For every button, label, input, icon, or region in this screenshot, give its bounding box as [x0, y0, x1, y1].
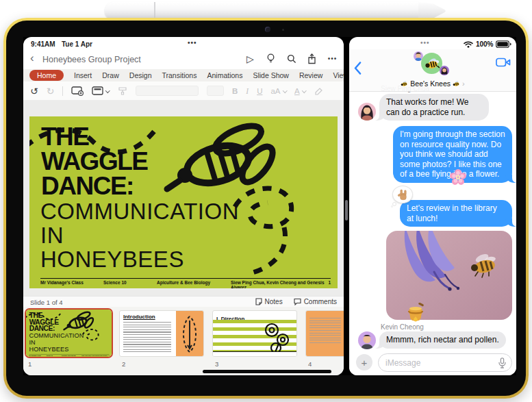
slide-status-row: Slide 1 of 4 Notes Comments — [23, 296, 344, 307]
tab-transitions[interactable]: Transitions — [162, 71, 197, 79]
new-slide-icon[interactable] — [71, 86, 84, 96]
thumbnail-slide-2[interactable]: Introduction — [119, 310, 204, 357]
clock-date: Tue 1 Apr — [62, 40, 92, 48]
thumbnail-number: 1 — [28, 360, 31, 368]
undo-icon[interactable]: ↺ — [30, 86, 38, 97]
text-size-button[interactable]: aA — [270, 87, 286, 95]
message-bubble-sent: Let's review in the library at lunch! — [400, 200, 512, 227]
search-icon[interactable] — [286, 53, 297, 64]
format-painter-icon[interactable] — [118, 86, 127, 96]
tab-review[interactable]: Review — [299, 71, 322, 79]
underline-button[interactable]: U — [257, 87, 262, 95]
chevron-down-icon — [106, 88, 110, 92]
thumbnail-slide-4[interactable] — [305, 310, 344, 357]
split-view-divider-handle[interactable] — [345, 200, 348, 221]
bee-illustration — [167, 121, 278, 190]
italic-button[interactable]: I — [246, 87, 249, 95]
back-chevron-icon[interactable]: ‹ — [30, 51, 34, 65]
tab-view[interactable]: View — [333, 71, 344, 79]
love-you-gesture-sticker — [391, 186, 414, 207]
chevron-down-icon — [283, 88, 287, 92]
battery-percent: 100% — [476, 40, 494, 48]
home-indicator[interactable] — [203, 370, 331, 373]
group-title-row[interactable]: Bee's Knees › — [349, 79, 516, 88]
slide-thumbnail-strip: THE WAGGLE DANCE: COMMUNICATION IN HONEY… — [23, 307, 344, 375]
slide-footer: Mr Vidanage's Class Science 10 Apicultur… — [40, 278, 331, 288]
tab-home[interactable]: Home — [29, 70, 64, 81]
tab-animations[interactable]: Animations — [207, 71, 242, 79]
message-input-bar: + — [349, 352, 516, 375]
bee-emoji-icon — [453, 80, 460, 87]
font-name-field[interactable] — [136, 86, 199, 96]
ambient-sensor — [282, 29, 284, 31]
tab-design[interactable]: Design — [129, 71, 152, 79]
battery-icon — [496, 40, 511, 48]
ribbon-tab-bar: Home Insert Draw Design Transitions Anim… — [23, 69, 344, 81]
powerpoint-titlebar: ‹ Honeybees Group Project ▷ ••• — [23, 51, 344, 69]
comments-button[interactable]: Comments — [294, 298, 337, 305]
highlighter-icon[interactable] — [314, 86, 323, 96]
wifi-icon — [464, 41, 473, 48]
tab-insert[interactable]: Insert — [74, 71, 92, 79]
notes-button[interactable]: Notes — [255, 298, 283, 305]
more-menu-icon[interactable]: ••• — [327, 53, 338, 64]
bee-emoji-icon — [401, 80, 408, 87]
font-size-field[interactable] — [207, 86, 224, 96]
message-bubble-received: That works for me! We can do a practice … — [379, 94, 489, 121]
avatar-siew-ping[interactable] — [358, 103, 376, 121]
footer-class: Mr Vidanage's Class — [40, 280, 103, 288]
slide-title-bold: THE WAGGLE DANCE: — [41, 125, 147, 199]
tab-draw[interactable]: Draw — [102, 71, 119, 79]
comment-icon — [294, 298, 301, 305]
slide-canvas[interactable]: THE WAGGLE DANCE: COMMUNICATION IN HONEY… — [23, 100, 344, 296]
thumbnail-number: 2 — [122, 360, 125, 368]
product-photo-scene: { "status": { "time": "9:41AM", "date": … — [0, 0, 532, 402]
messages-app-window: ••• 100% — [349, 37, 516, 375]
ipad-screen: 9:41AM Tue 1 Apr ••• ‹ Honeybees Group P… — [23, 37, 516, 375]
flower-emoji-sticker — [449, 168, 467, 189]
message-bubble-received: Mmmm, rich nectar and pollen. — [379, 331, 506, 349]
slide-layout-icon[interactable] — [92, 86, 110, 95]
notes-icon — [255, 298, 262, 305]
group-avatar-member-2[interactable] — [440, 66, 449, 75]
footer-slide-number: 1 — [325, 280, 331, 288]
add-attachment-button[interactable]: + — [356, 354, 372, 370]
ribbon-divider — [62, 86, 63, 96]
facetime-video-icon[interactable] — [496, 58, 511, 70]
thumbnail-slide-3[interactable]: I. Direction — [212, 310, 297, 357]
thumbnail-number: 4 — [308, 360, 312, 368]
window-controls-dots[interactable]: ••• — [188, 39, 197, 47]
powerpoint-app-window: 9:41AM Tue 1 Apr ••• ‹ Honeybees Group P… — [23, 37, 344, 375]
clock-time: 9:41AM — [31, 40, 55, 48]
statusbar-right: 100% — [464, 40, 511, 48]
redo-icon[interactable]: ↻ — [47, 86, 55, 97]
honey-pot-emoji-sticker — [405, 303, 426, 326]
group-name: Bee's Knees — [410, 79, 451, 88]
imessage-input[interactable] — [378, 353, 512, 372]
imessage-text-input[interactable] — [385, 355, 488, 370]
chevron-down-icon — [302, 88, 306, 92]
designer-lightbulb-icon[interactable] — [265, 53, 277, 64]
font-color-button[interactable]: A — [294, 87, 305, 95]
window-controls-dots[interactable]: ••• — [420, 39, 430, 47]
chevron-right-icon: › — [462, 79, 465, 88]
statusbar-left: 9:41AM Tue 1 Apr ••• — [23, 37, 344, 51]
messages-header: Bee's Knees › — [349, 49, 516, 92]
front-camera — [265, 27, 270, 32]
footer-authors: Siew Ping Chua, Kevin Cheong and Genesis… — [231, 280, 325, 288]
bold-button[interactable]: B — [232, 87, 238, 95]
thumbnail-slide-1[interactable]: THE WAGGLE DANCE: COMMUNICATION IN HONEY… — [25, 308, 113, 358]
dictation-mic-icon[interactable] — [498, 357, 506, 371]
share-icon[interactable] — [306, 53, 318, 64]
thumbnail-number: 3 — [215, 360, 218, 368]
slide-counter: Slide 1 of 4 — [30, 299, 63, 306]
avatar-kevin[interactable] — [358, 331, 376, 349]
footer-course: Science 10 — [103, 280, 157, 288]
slide-title-light: COMMUNICATION IN HONEYBEES — [40, 199, 239, 271]
document-title: Honeybees Group Project — [42, 55, 141, 64]
slide-1-main[interactable]: THE WAGGLE DANCE: COMMUNICATION IN HONEY… — [29, 116, 338, 288]
back-chevron-icon[interactable] — [354, 62, 362, 77]
present-play-button[interactable]: ▷ — [244, 53, 256, 64]
footer-subject: Apiculture & Bee Biology — [157, 280, 231, 288]
tab-slide-show[interactable]: Slide Show — [253, 71, 289, 79]
